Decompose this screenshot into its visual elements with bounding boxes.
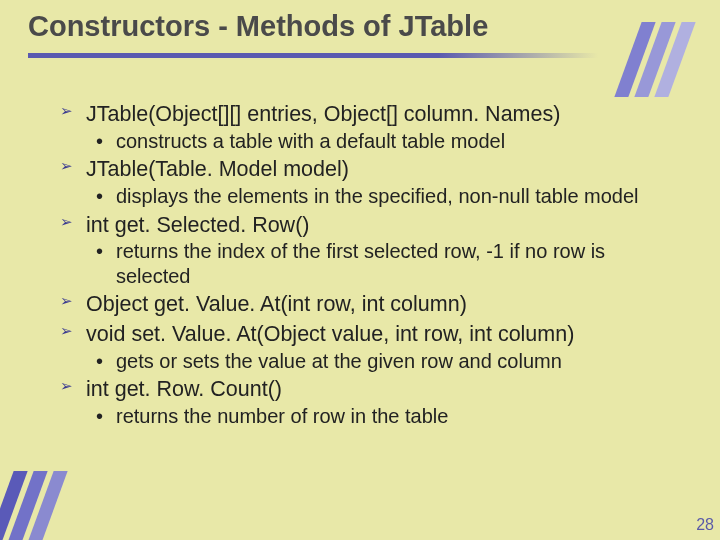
decoration-bottom xyxy=(0,461,60,540)
slide-body: JTable(Object[][] entries, Object[] colu… xyxy=(60,98,675,432)
decoration-top xyxy=(628,22,688,101)
page-number: 28 xyxy=(696,516,714,534)
list-item: void set. Value. At(Object value, int ro… xyxy=(60,321,675,348)
list-item: int get. Selected. Row() xyxy=(60,212,675,239)
list-item: Object get. Value. At(int row, int colum… xyxy=(60,291,675,318)
list-item: JTable(Object[][] entries, Object[] colu… xyxy=(60,101,675,128)
list-item: returns the number of row in the table xyxy=(86,404,675,428)
list-item: int get. Row. Count() xyxy=(60,376,675,403)
list-item: returns the index of the first selected … xyxy=(86,239,675,288)
list-item: JTable(Table. Model model) xyxy=(60,156,675,183)
list-item: gets or sets the value at the given row … xyxy=(86,349,675,373)
title-underline xyxy=(28,53,598,58)
list-item: displays the elements in the specified, … xyxy=(86,184,675,208)
list-item: constructs a table with a default table … xyxy=(86,129,675,153)
page-title: Constructors - Methods of JTable xyxy=(28,10,488,43)
slide: Constructors - Methods of JTable JTable(… xyxy=(0,0,720,540)
